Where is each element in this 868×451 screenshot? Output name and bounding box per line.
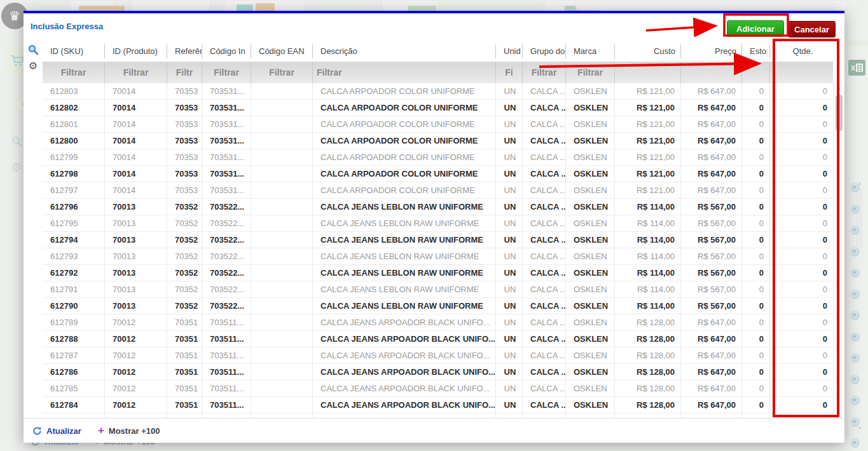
cell-qtde[interactable]: 0 bbox=[770, 83, 833, 99]
table-row[interactable]: 6127877001270351703511...CALCA JEANS ARP… bbox=[43, 347, 833, 364]
table-row[interactable]: 6127987001470353703531...CALCA ARPOADOR … bbox=[43, 166, 833, 182]
cell-grupo: CALCA ... bbox=[523, 397, 566, 413]
cell-qtde[interactable]: 0 bbox=[770, 215, 833, 231]
filter-input-codigo_ean[interactable]: Filtrar bbox=[251, 62, 313, 83]
filter-input-marca[interactable]: Filtrar bbox=[566, 62, 615, 83]
table-row[interactable]: 6127867001270351703511...CALCA JEANS ARP… bbox=[43, 364, 833, 380]
column-header-custo[interactable]: Custo bbox=[615, 44, 681, 58]
cell-codigo_int: 703511... bbox=[202, 380, 251, 396]
column-header-marca[interactable]: Marca bbox=[566, 44, 615, 58]
cell-qtde[interactable]: 0 bbox=[770, 199, 833, 215]
table-row[interactable]: 6127907001370352703522...CALCA JEANS LEB… bbox=[43, 298, 833, 314]
column-header-preco[interactable]: Preço bbox=[681, 44, 742, 58]
column-header-produto[interactable]: ID (Produto) bbox=[105, 44, 167, 58]
table-row[interactable]: 6128017001470353703531...CALCA ARPOADOR … bbox=[43, 116, 833, 133]
cell-qtde[interactable]: 0 bbox=[770, 166, 833, 182]
filter-input-unid[interactable]: Fi bbox=[496, 62, 523, 83]
table-row[interactable]: 6127937001370352703522...CALCA JEANS LEB… bbox=[43, 248, 833, 265]
cell-qtde[interactable]: 0 bbox=[770, 149, 833, 165]
column-header-codigo_int[interactable]: Código In bbox=[202, 44, 251, 58]
cell-qtde[interactable]: 0 bbox=[770, 182, 833, 198]
table-row[interactable]: 6127887001270351703511...CALCA JEANS ARP… bbox=[43, 331, 833, 347]
filter-input-custo[interactable] bbox=[615, 62, 681, 83]
column-header-referencia[interactable]: Referên bbox=[167, 44, 202, 58]
atualizar-button[interactable]: Atualizar bbox=[32, 426, 81, 436]
mostrar-100-button[interactable]: + Mostrar +100 bbox=[98, 426, 160, 436]
cell-produto: 70012 bbox=[105, 314, 167, 330]
column-header-qtde[interactable]: Qtde. bbox=[770, 44, 833, 58]
column-header-unid[interactable]: Unid bbox=[496, 44, 523, 58]
filter-input-descricao[interactable]: Filtrar bbox=[313, 62, 496, 83]
filter-input-referencia[interactable]: Filtr bbox=[167, 62, 202, 83]
cell-preco: R$ 567,00 bbox=[681, 298, 742, 314]
cell-qtde[interactable]: 0 bbox=[770, 265, 833, 281]
cell-marca: OSKLEN bbox=[566, 182, 615, 198]
table-row[interactable]: 6127897001270351703511...CALCA JEANS ARP… bbox=[43, 314, 833, 331]
column-header-estoque[interactable]: Esto bbox=[742, 44, 770, 58]
cell-estoque: 0 bbox=[742, 232, 770, 248]
scrollbar-thumb[interactable] bbox=[836, 95, 843, 131]
cell-qtde[interactable]: 0 bbox=[770, 298, 833, 314]
cell-qtde[interactable]: 0 bbox=[770, 380, 833, 396]
cell-estoque: 0 bbox=[742, 281, 770, 297]
eye-icon bbox=[850, 183, 860, 192]
filter-input-produto[interactable]: Filtrar bbox=[105, 62, 167, 83]
filter-input-sku[interactable]: Filtrar bbox=[43, 62, 105, 83]
table-row[interactable]: 6127977001470353703531...CALCA ARPOADOR … bbox=[43, 182, 833, 199]
column-header-sku[interactable]: ID (SKU) bbox=[43, 44, 105, 58]
cell-unid: UN bbox=[496, 116, 523, 132]
cell-qtde[interactable]: 0 bbox=[770, 133, 833, 149]
table-scrollbar[interactable]: ▲ bbox=[833, 83, 844, 417]
cell-marca: OSKLEN bbox=[566, 298, 615, 314]
adicionar-button[interactable]: Adicionar bbox=[727, 20, 784, 37]
table-row[interactable]: 6127927001370352703522...CALCA JEANS LEB… bbox=[43, 265, 833, 281]
table-row[interactable]: 6127847001270351703511...CALCA JEANS ARP… bbox=[43, 397, 833, 414]
table-row[interactable]: 6128007001470353703531...CALCA ARPOADOR … bbox=[43, 133, 833, 149]
column-header-descricao[interactable]: Descrição bbox=[313, 44, 496, 58]
filter-input-grupo[interactable]: Filtrar bbox=[523, 62, 566, 83]
table-row[interactable]: 6128027001470353703531...CALCA ARPOADOR … bbox=[43, 100, 833, 116]
cell-produto: 70013 bbox=[105, 298, 167, 314]
cell-custo: R$ 128,00 bbox=[615, 347, 681, 363]
cancelar-button[interactable]: Cancelar bbox=[788, 21, 836, 37]
cell-codigo_ean bbox=[251, 232, 313, 248]
search-icon[interactable] bbox=[28, 44, 39, 58]
table-row[interactable]: 6127857001270351703511...CALCA JEANS ARP… bbox=[43, 380, 833, 397]
cell-produto: 70012 bbox=[105, 347, 167, 363]
gear-icon[interactable]: ⚙ bbox=[29, 61, 38, 71]
table-row[interactable]: 6127917001370352703522...CALCA JEANS LEB… bbox=[43, 281, 833, 298]
cell-qtde[interactable]: 0 bbox=[770, 100, 833, 116]
filter-input-codigo_int[interactable]: Filtrar bbox=[202, 62, 251, 83]
table-row[interactable]: 6127997001470353703531...CALCA ARPOADOR … bbox=[43, 149, 833, 166]
cell-marca: OSKLEN bbox=[566, 331, 615, 347]
filter-input-qtde[interactable] bbox=[770, 62, 833, 83]
cell-qtde[interactable]: 0 bbox=[770, 281, 833, 297]
eye-icon bbox=[850, 353, 860, 363]
cell-qtde[interactable]: 0 bbox=[770, 116, 833, 132]
table-row[interactable]: 6127947001370352703522...CALCA JEANS LEB… bbox=[43, 232, 833, 248]
filter-input-preco[interactable] bbox=[681, 62, 742, 83]
cell-custo: R$ 121,00 bbox=[615, 149, 681, 165]
cell-qtde[interactable]: 0 bbox=[770, 331, 833, 347]
cell-codigo_ean bbox=[251, 199, 313, 215]
cell-codigo_ean bbox=[251, 347, 313, 363]
eye-icon bbox=[850, 205, 860, 214]
cell-qtde[interactable]: 0 bbox=[770, 364, 833, 380]
table-row[interactable]: 6128037001470353703531...CALCA ARPOADOR … bbox=[43, 83, 833, 100]
cell-produto: 70013 bbox=[105, 232, 167, 248]
column-header-codigo_ean[interactable]: Código EAN bbox=[251, 44, 313, 58]
cell-unid: UN bbox=[496, 364, 523, 380]
cell-qtde[interactable]: 0 bbox=[770, 232, 833, 248]
cell-qtde[interactable]: 0 bbox=[770, 248, 833, 264]
column-header-grupo[interactable]: Grupo do bbox=[523, 44, 566, 58]
cell-sku: 612791 bbox=[43, 281, 105, 297]
table-row[interactable]: 6127967001370352703522...CALCA JEANS LEB… bbox=[43, 199, 833, 215]
filter-input-estoque[interactable] bbox=[742, 62, 770, 83]
scroll-up-icon[interactable]: ▲ bbox=[836, 85, 841, 91]
cell-qtde[interactable]: 0 bbox=[770, 314, 833, 330]
table-row[interactable]: 6127957001370352703522...CALCA JEANS LEB… bbox=[43, 215, 833, 232]
cell-qtde[interactable]: 0 bbox=[770, 347, 833, 363]
cell-sku: 612795 bbox=[43, 215, 105, 231]
cell-qtde[interactable]: 0 bbox=[770, 397, 833, 413]
eye-icon bbox=[850, 396, 860, 405]
